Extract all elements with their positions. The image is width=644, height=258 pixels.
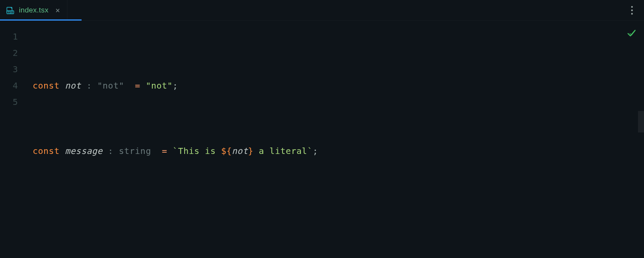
- more-actions-button[interactable]: [628, 3, 636, 18]
- code-line-empty[interactable]: [33, 208, 644, 224]
- tab-actions: [628, 0, 644, 20]
- code-line[interactable]: const message : string = `This is ${not}…: [33, 143, 644, 159]
- line-number: 1: [0, 28, 26, 45]
- code-line[interactable]: const not : "not" = "not";: [33, 77, 644, 94]
- tab-index-tsx[interactable]: TSX index.tsx ×: [0, 0, 67, 20]
- scrollbar-thumb[interactable]: [638, 111, 644, 132]
- close-icon[interactable]: ×: [55, 6, 60, 14]
- checkmark-icon: [627, 28, 636, 40]
- code-editor[interactable]: 1 2 3 4 5 const not : "not" = "not"; con…: [0, 21, 644, 258]
- line-number-gutter: 1 2 3 4 5: [0, 21, 26, 258]
- svg-text:TSX: TSX: [8, 11, 13, 14]
- tsx-file-icon: TSX: [6, 6, 15, 15]
- line-number: 5: [0, 94, 26, 110]
- line-number: 3: [0, 61, 26, 77]
- line-number: 4: [0, 77, 26, 94]
- line-number: 2: [0, 45, 26, 61]
- tab-label: index.tsx: [19, 6, 49, 15]
- code-content[interactable]: const not : "not" = "not"; const message…: [26, 21, 644, 258]
- tab-bar: TSX index.tsx ×: [0, 0, 644, 21]
